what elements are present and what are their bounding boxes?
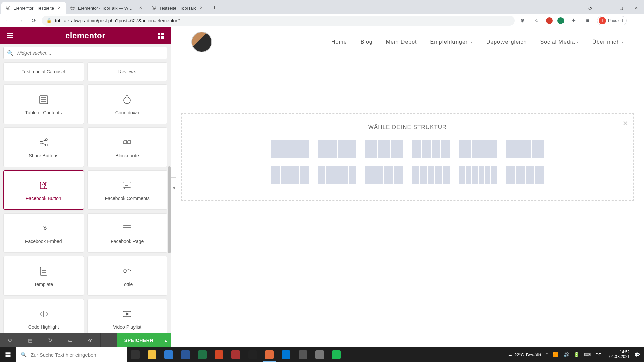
chrome-menu-icon[interactable]: ⋮: [631, 16, 641, 25]
structure-option[interactable]: [365, 140, 403, 158]
structure-option[interactable]: [459, 140, 497, 158]
structure-option[interactable]: [412, 166, 450, 184]
reading-list-icon[interactable]: ≡: [583, 16, 592, 25]
browser-tab[interactable]: ⓦElementor | Testseite×: [1, 2, 66, 14]
menu-item-blog[interactable]: Blog: [361, 39, 373, 45]
widget-testimonial-carousel[interactable]: Testimonial Carousel: [3, 62, 84, 81]
widget-facebook-embed[interactable]: fFacebook Embed: [3, 213, 84, 253]
close-tab-button[interactable]: ×: [199, 5, 204, 11]
taskbar-app[interactable]: [311, 347, 328, 362]
taskbar-app[interactable]: [177, 347, 194, 362]
extensions-puzzle-icon[interactable]: ✦: [569, 16, 578, 25]
taskbar-app[interactable]: [160, 347, 177, 362]
menu-item-depotvergleich[interactable]: Depotvergleich: [486, 39, 527, 45]
volume-icon[interactable]: 🔊: [563, 352, 569, 357]
language-indicator[interactable]: DEU: [595, 352, 604, 357]
taskbar-app[interactable]: [194, 347, 211, 362]
taskbar-app[interactable]: [144, 347, 160, 362]
navigator-button[interactable]: ▤: [20, 333, 40, 347]
weather-widget[interactable]: ☁ 22°C Bewölkt: [508, 352, 541, 357]
taskbar-search[interactable]: 🔍 Zur Suche Text hier eingeben: [16, 347, 127, 362]
wordpress-icon: ⓦ: [151, 5, 157, 11]
structure-option[interactable]: [318, 166, 356, 184]
close-window-button[interactable]: ✕: [629, 2, 644, 14]
widget-video-playlist[interactable]: Video Playlist: [87, 299, 168, 333]
notifications-icon[interactable]: 💬: [634, 352, 640, 357]
extension-icon[interactable]: [546, 17, 553, 24]
widgets-scrollbar[interactable]: [168, 93, 171, 333]
close-tab-button[interactable]: ×: [138, 5, 143, 11]
new-tab-button[interactable]: +: [210, 3, 219, 13]
battery-icon[interactable]: 🔋: [574, 352, 579, 357]
profile-button[interactable]: T Pausiert: [597, 16, 627, 25]
widget-template[interactable]: Template: [3, 256, 84, 296]
widgets-grid-button[interactable]: [157, 32, 165, 40]
widget-lottie[interactable]: Lottie: [87, 256, 168, 296]
widget-facebook-button[interactable]: Facebook Button: [3, 170, 84, 210]
history-button[interactable]: ↻: [40, 333, 60, 347]
settings-button[interactable]: ⚙: [0, 333, 20, 347]
widget-blockquote[interactable]: Blockquote: [87, 127, 168, 167]
taskbar-app[interactable]: [328, 347, 345, 362]
taskbar-app[interactable]: [261, 347, 278, 362]
app-icon: [148, 350, 156, 359]
back-button[interactable]: ←: [3, 16, 13, 25]
structure-option[interactable]: [459, 166, 497, 184]
structure-option[interactable]: [271, 166, 309, 184]
extension-icon[interactable]: [557, 17, 564, 24]
menu-item-mein-depot[interactable]: Mein Depot: [386, 39, 417, 45]
widget-table-of-contents[interactable]: Table of Contents: [3, 84, 84, 124]
structure-option[interactable]: [506, 166, 544, 184]
browser-tab[interactable]: ⓦTestseite | TobiTalk×: [147, 2, 208, 14]
widget-share-buttons[interactable]: Share Buttons: [3, 127, 84, 167]
reload-button[interactable]: ⟳: [29, 16, 38, 25]
scrollbar-thumb[interactable]: [168, 166, 171, 253]
widget-facebook-page[interactable]: Facebook Page: [87, 213, 168, 253]
address-bar[interactable]: 🔒 tobitalk.at/wp-admin/post.php?post=627…: [42, 16, 515, 26]
widget-label: Blockquote: [116, 153, 139, 158]
widget-countdown[interactable]: Countdown: [87, 84, 168, 124]
taskbar-app[interactable]: [211, 347, 227, 362]
maximize-button[interactable]: ▢: [613, 2, 629, 14]
menu-item-über-mich[interactable]: Über mich▾: [592, 39, 624, 45]
chevron-down-icon: ▾: [622, 40, 624, 44]
forward-button[interactable]: →: [16, 16, 25, 25]
zoom-icon[interactable]: ⊕: [518, 16, 527, 25]
preview-button[interactable]: 👁: [80, 333, 101, 347]
browser-tab[interactable]: ⓦElementor ‹ TobiTalk — WordPre×: [66, 2, 147, 14]
minimize-button[interactable]: ―: [598, 2, 613, 14]
structure-option[interactable]: [506, 140, 544, 158]
taskbar-app[interactable]: [294, 347, 311, 362]
site-logo[interactable]: [191, 32, 212, 52]
widget-code-highlight[interactable]: Code Highlight: [3, 299, 84, 333]
responsive-button[interactable]: ▭: [60, 333, 80, 347]
network-icon[interactable]: 📶: [553, 352, 558, 357]
taskbar-app[interactable]: [127, 347, 144, 362]
close-tab-button[interactable]: ×: [57, 5, 62, 11]
structure-option[interactable]: [365, 166, 403, 184]
taskbar-clock[interactable]: 14:52 04.08.2021: [609, 350, 630, 359]
taskbar-app[interactable]: [244, 347, 261, 362]
menu-item-empfehlungen[interactable]: Empfehlungen▾: [430, 39, 473, 45]
save-button[interactable]: SPEICHERN: [117, 333, 161, 347]
structure-option[interactable]: [412, 140, 450, 158]
menu-item-social-media[interactable]: Social Media▾: [540, 39, 579, 45]
panel-menu-button[interactable]: [6, 32, 14, 40]
close-structure-button[interactable]: ×: [623, 118, 628, 128]
taskbar-app[interactable]: [227, 347, 244, 362]
bookmark-star-icon[interactable]: ☆: [532, 16, 541, 25]
weather-temp: 22°C: [514, 352, 524, 357]
tray-chevron-icon[interactable]: ˄: [546, 352, 548, 357]
save-options-button[interactable]: ▲: [161, 333, 171, 347]
widget-search-input[interactable]: [16, 50, 164, 56]
menu-item-home[interactable]: Home: [331, 39, 347, 45]
taskbar-app[interactable]: [278, 347, 294, 362]
structure-option[interactable]: [271, 140, 309, 158]
keyboard-icon[interactable]: ⌨: [584, 352, 591, 357]
widget-search[interactable]: 🔍: [3, 47, 167, 59]
start-button[interactable]: [0, 347, 16, 362]
structure-option[interactable]: [318, 140, 356, 158]
widget-facebook-comments[interactable]: Facebook Comments: [87, 170, 168, 210]
widget-reviews[interactable]: Reviews: [87, 62, 168, 81]
collapse-panel-button[interactable]: ◀: [171, 177, 176, 197]
